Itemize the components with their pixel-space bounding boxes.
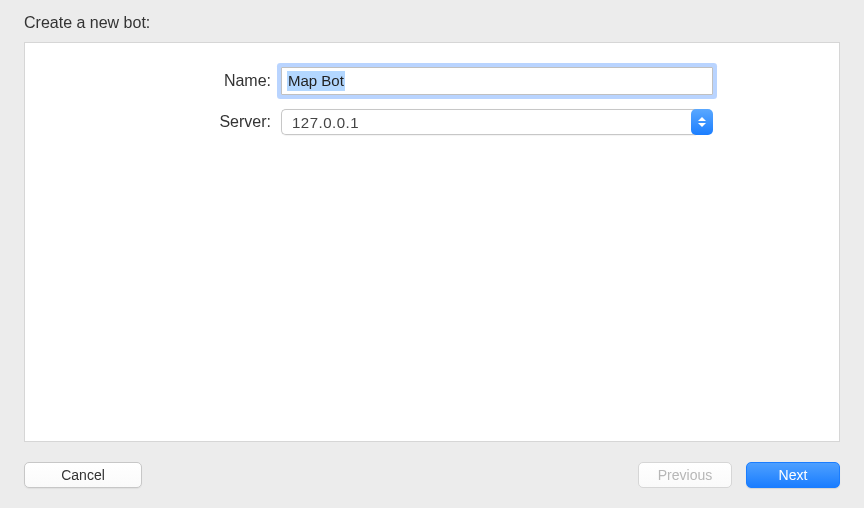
name-input-value: Map Bot xyxy=(287,71,345,91)
server-select-body: 127.0.0.1 xyxy=(281,109,696,135)
server-select[interactable]: 127.0.0.1 xyxy=(281,109,713,135)
dropdown-arrow-icon xyxy=(691,109,713,135)
page-title: Create a new bot: xyxy=(0,0,864,42)
cancel-button[interactable]: Cancel xyxy=(24,462,142,488)
form-panel: Name: Map Bot Server: 127.0.0.1 xyxy=(24,42,840,442)
server-label: Server: xyxy=(25,113,281,131)
name-row: Name: Map Bot xyxy=(25,67,839,95)
name-input[interactable]: Map Bot xyxy=(281,67,713,95)
server-row: Server: 127.0.0.1 xyxy=(25,109,839,135)
next-button[interactable]: Next xyxy=(746,462,840,488)
button-bar: Cancel Previous Next xyxy=(24,462,840,488)
previous-button: Previous xyxy=(638,462,732,488)
server-select-value: 127.0.0.1 xyxy=(292,114,359,131)
name-label: Name: xyxy=(25,72,281,90)
